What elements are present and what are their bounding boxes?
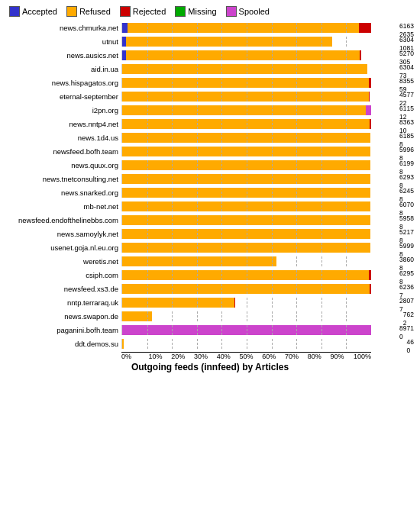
grid-line <box>296 311 297 321</box>
row-label: newsfeed.xs3.de <box>3 285 121 293</box>
grid-line <box>172 339 173 349</box>
grid-line <box>221 311 222 321</box>
bar-row: newsfeed.endofthelinebbs.com59588 <box>3 214 417 227</box>
row-label: news.hispagatos.org <box>3 79 121 87</box>
x-label-40: 40% <box>212 353 235 360</box>
bar-row: csiph.com62958 <box>3 269 417 282</box>
bar-row: news.1d4.us61858 <box>3 131 417 144</box>
row-label: nntp.terraraq.uk <box>3 298 121 307</box>
chart-container: Accepted Refused Rejected Missing Spoole… <box>0 0 420 519</box>
grid-line <box>147 339 148 349</box>
bar-area: 61998 <box>121 160 371 170</box>
bar-row: news.hispagatos.org835559 <box>3 76 417 89</box>
bar-area: 89710 <box>121 325 371 335</box>
bar-area: 62367 <box>121 284 371 294</box>
bar-row: news.swapon.de7622 <box>3 310 417 323</box>
rejected-color-box <box>120 6 131 17</box>
row-label: csiph.com <box>3 271 121 279</box>
legend-missing: Missing <box>175 6 216 17</box>
bar-area: 28077 <box>121 298 371 308</box>
bar-row: newsfeed.bofh.team59968 <box>3 145 417 158</box>
grid-line <box>172 311 173 321</box>
axis-title: Outgoing feeds (innfeed) by Articles <box>3 362 417 372</box>
legend: Accepted Refused Rejected Missing Spoole… <box>3 3 417 21</box>
segment-rejected <box>369 92 370 102</box>
grid-line <box>296 339 297 349</box>
segment-rejected <box>370 284 371 294</box>
segment-refused <box>126 50 360 60</box>
row-label: weretis.net <box>3 257 121 266</box>
bar-area: 460 <box>121 339 371 349</box>
x-label-30: 30% <box>189 353 212 360</box>
grid-line <box>321 298 322 308</box>
segment-refused <box>126 37 333 47</box>
row-label: news.nntp4.net <box>3 120 121 128</box>
x-label-0: 0% <box>121 353 144 360</box>
grid-line <box>197 311 198 321</box>
bar-area: 61632635 <box>121 23 371 33</box>
segment-refused <box>122 298 234 308</box>
bar-value-label: 460 <box>407 338 414 354</box>
x-label-10: 10% <box>144 353 167 360</box>
bar-area: 836310 <box>121 119 371 129</box>
row-label: eternal-september <box>3 92 121 101</box>
segment-refused <box>122 188 370 198</box>
bar-area: 835559 <box>121 78 371 88</box>
bar-area: 5270305 <box>121 50 371 60</box>
x-label-90: 90% <box>326 353 349 360</box>
bar-area: 630473 <box>121 64 371 74</box>
spooled-label: Spooled <box>239 7 270 16</box>
x-label-20: 20% <box>166 353 189 360</box>
bar-area: 611512 <box>121 105 371 115</box>
segment-refused <box>122 284 370 294</box>
segment-refused <box>122 64 367 74</box>
grid-line <box>346 339 347 349</box>
x-label-60: 60% <box>257 353 280 360</box>
bar-row: news.samoylyk.net52178 <box>3 227 417 240</box>
bar-area: 38608 <box>121 256 371 266</box>
segment-refused <box>122 92 369 102</box>
accepted-label: Accepted <box>22 7 57 16</box>
grid-line <box>346 298 347 308</box>
bar-row: ddt.demos.su460 <box>3 337 417 350</box>
grid-line <box>247 298 247 308</box>
segment-rejected <box>360 50 361 60</box>
chart-area: news.chmurka.net61632635utnut63041081new… <box>3 21 417 372</box>
bar-row: aid.in.ua630473 <box>3 63 417 76</box>
x-label-50: 50% <box>235 353 258 360</box>
accepted-color-box <box>9 6 20 17</box>
segment-refused <box>122 256 276 266</box>
legend-refused: Refused <box>66 6 111 17</box>
bar-area: 7622 <box>121 311 371 321</box>
bar-row: utnut63041081 <box>3 35 417 48</box>
grid-line <box>346 37 347 47</box>
missing-color-box <box>175 6 186 17</box>
bar-row: news.snarked.org62458 <box>3 186 417 199</box>
segment-spooled <box>122 325 371 335</box>
bar-area: 59968 <box>121 147 371 156</box>
grid-line <box>272 298 273 308</box>
row-label: news.samoylyk.net <box>3 230 121 238</box>
grid-line <box>346 311 347 321</box>
row-label: ddt.demos.su <box>3 340 121 348</box>
row-label: news.quux.org <box>3 161 121 169</box>
bars-container: news.chmurka.net61632635utnut63041081new… <box>3 21 417 350</box>
segment-refused <box>122 229 370 239</box>
segment-refused <box>122 270 369 280</box>
x-label-80: 80% <box>303 353 326 360</box>
bar-area: 62938 <box>121 174 371 184</box>
grid-line <box>321 311 322 321</box>
row-label: utnut <box>3 37 121 46</box>
segment-refused <box>122 201 370 211</box>
grid-line <box>221 339 222 349</box>
segment-rejected <box>369 270 371 280</box>
row-label: usenet.goja.nl.eu.org <box>3 243 121 252</box>
bar-row: paganini.bofh.team89710 <box>3 324 417 337</box>
segment-refused <box>122 105 366 115</box>
bar-area: 59588 <box>121 215 371 225</box>
segment-refused <box>122 174 370 184</box>
row-label: aid.in.ua <box>3 65 121 73</box>
grid-line <box>247 339 247 349</box>
missing-label: Missing <box>188 7 216 16</box>
bar-row: news.tnetconsulting.net62938 <box>3 172 417 185</box>
